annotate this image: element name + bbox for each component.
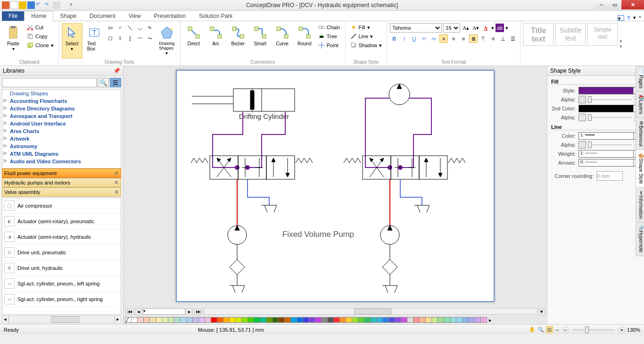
swatch[interactable] (217, 317, 223, 323)
tab-presentation[interactable]: Presentation (148, 11, 192, 21)
valign-top-icon[interactable]: ⊤ (479, 34, 487, 43)
shape-list[interactable]: ◯Air compressor ◐Actuator (semi-rotary),… (2, 198, 121, 315)
swatch[interactable] (235, 317, 242, 323)
freehand-tool-icon[interactable]: 〰 (136, 34, 144, 42)
font-select[interactable]: Tahoma (390, 23, 442, 33)
swatch[interactable] (315, 317, 322, 323)
page-first-icon[interactable]: ⏮ (125, 308, 134, 315)
tree-item[interactable]: Active Directory Diagrams (2, 105, 121, 112)
tab-shape[interactable]: Shape (53, 11, 83, 21)
preset-simple[interactable]: Simple text (587, 23, 618, 46)
zoom-tool-icon[interactable]: 🔍 (537, 327, 544, 333)
tree-item[interactable]: Astronomy (2, 143, 121, 150)
tree-item[interactable]: Area Charts (2, 127, 121, 135)
alpha-swatch[interactable] (578, 141, 586, 149)
align-justify-icon[interactable]: ≣ (469, 34, 478, 43)
preset-title[interactable]: Title text (523, 23, 553, 46)
bold-icon[interactable]: B (390, 34, 398, 43)
shape-item[interactable]: ◑Actuator (semi-rotary), hydraulic (2, 229, 121, 245)
swatch[interactable] (450, 317, 456, 323)
page-prev-icon[interactable]: ◂ (135, 308, 142, 315)
arc-connector-button[interactable]: Arc (206, 23, 226, 59)
swatch[interactable] (395, 317, 401, 323)
fit-page-icon[interactable]: ⊡ (546, 326, 553, 333)
fill-button[interactable]: Fill ▾ (348, 23, 384, 32)
swatch[interactable] (162, 317, 168, 323)
close-library-icon[interactable]: ✕ (114, 189, 119, 195)
second-color-picker[interactable]: ▼ (578, 105, 640, 112)
help-icon[interactable]: ? (627, 15, 630, 21)
page-last-icon[interactable]: ⏭ (194, 308, 203, 315)
copy-button[interactable]: Copy (25, 32, 56, 41)
smart-connector-button[interactable]: Smart (250, 23, 271, 59)
swatch[interactable] (248, 317, 254, 323)
swatch[interactable] (156, 317, 162, 323)
chain-connector-button[interactable]: Chain (316, 23, 342, 32)
shape-item[interactable]: ⊞Drive unit, hydraulic (2, 260, 121, 276)
help-dropdown-icon[interactable]: ▾ (633, 15, 636, 21)
swatch[interactable] (137, 317, 144, 323)
panel-hscroll[interactable]: ◂▸ (2, 316, 121, 323)
font-size-select[interactable]: 16 (443, 23, 460, 33)
swatch[interactable] (333, 317, 340, 323)
swatch[interactable] (272, 317, 279, 323)
swatch[interactable] (223, 317, 230, 323)
polyline-tool-icon[interactable]: ⌇ (116, 34, 124, 42)
swatch[interactable] (438, 317, 444, 323)
sidetab-pages[interactable]: 📄Pages (636, 66, 644, 92)
presentation-mode-icon[interactable]: ▾ (618, 15, 624, 21)
swatch[interactable] (229, 317, 236, 323)
polygon-tool-icon[interactable]: ⬠ (106, 34, 115, 42)
select-tool-button[interactable]: Select▾ (62, 23, 83, 59)
page-select[interactable]: ▾ (143, 308, 185, 315)
zoom-value[interactable]: 130% (627, 327, 640, 333)
align-left-icon[interactable]: ≡ (439, 34, 448, 43)
preset-subtitle[interactable]: Subtitle text (555, 23, 586, 46)
arrows-picker[interactable]: 0: ────▼ (578, 159, 640, 167)
tree-item[interactable]: Aerospace and Transport (2, 112, 121, 120)
shadow-button[interactable]: Shadow ▾ (348, 41, 384, 50)
swatch[interactable] (474, 317, 481, 323)
swatch[interactable] (168, 317, 174, 323)
canvas-hscroll[interactable] (204, 308, 537, 315)
swatch[interactable] (370, 317, 377, 323)
zoom-out-icon[interactable]: − (562, 327, 569, 333)
sidetab-shapestyle[interactable]: 🎨Shape Style (636, 150, 644, 187)
cut-button[interactable]: Cut (25, 23, 56, 32)
font-color-icon[interactable]: A (481, 24, 490, 32)
alpha-slider[interactable] (588, 99, 632, 100)
zoom-in-icon[interactable]: + (619, 327, 625, 333)
line-button[interactable]: Line ▾ (348, 32, 384, 41)
swatch[interactable] (444, 317, 450, 323)
close-button[interactable]: ✕ (621, 0, 644, 9)
palette-scroll-icon[interactable]: ▸ (489, 317, 492, 323)
library-tree[interactable]: Drawing Shapes Accounting Flowcharts Act… (2, 89, 121, 168)
swatch[interactable] (254, 317, 260, 323)
italic-icon[interactable]: I (400, 34, 408, 43)
swatch[interactable] (284, 317, 291, 323)
highlight-icon[interactable]: ab (495, 24, 504, 32)
library-search-input[interactable] (2, 78, 97, 87)
zoom-slider[interactable] (572, 329, 615, 330)
alpha-swatch[interactable] (578, 96, 586, 103)
swatch[interactable] (186, 317, 193, 323)
qat-save-icon[interactable] (27, 1, 35, 9)
shape-item[interactable]: ◯Air compressor (2, 198, 121, 214)
swatch[interactable] (278, 317, 285, 323)
swatch[interactable] (297, 317, 303, 323)
tree-item[interactable]: Audio and Video Connectors (2, 158, 121, 165)
swatch[interactable] (382, 317, 389, 323)
swatch[interactable] (462, 317, 469, 323)
valign-mid-icon[interactable]: ≡ (489, 34, 497, 43)
swatch[interactable] (143, 317, 150, 323)
superscript-icon[interactable]: A² (420, 34, 428, 43)
sidetab-behaviour[interactable]: ⚙Behaviour (636, 117, 644, 150)
search-button[interactable]: 🔍 (98, 78, 109, 87)
page-next-icon[interactable]: ▸ (186, 308, 193, 315)
swatch[interactable] (407, 317, 413, 323)
shape-item[interactable]: ◐Actuator (semi-rotary), pneumatic (2, 214, 121, 229)
swatch[interactable] (413, 317, 420, 323)
alpha-swatch[interactable] (578, 114, 586, 121)
page[interactable]: Drifting Cylinder (176, 70, 495, 302)
tree-item[interactable]: Android User Interface (2, 120, 121, 127)
